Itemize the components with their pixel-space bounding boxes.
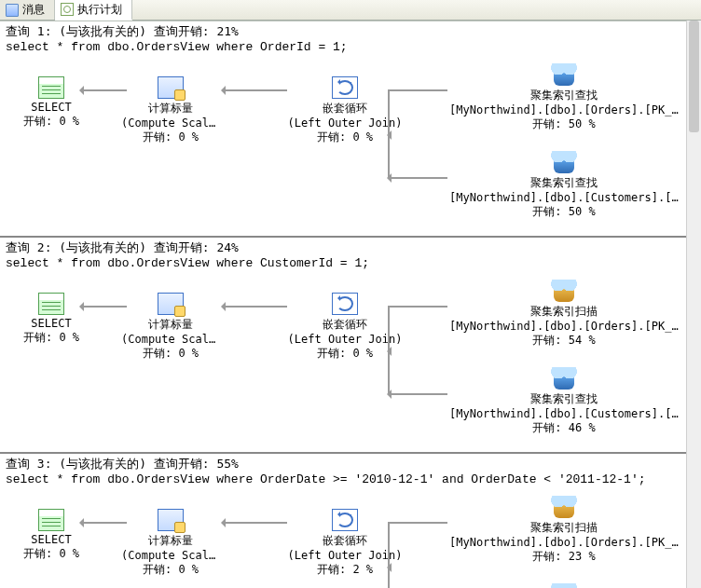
query-sql: select * from dbo.OrdersView where Order… — [0, 472, 701, 490]
query-block-1: 查询 1: (与该批有关的) 查询开销: 21% select * from d… — [0, 21, 701, 238]
op-title: SELECT — [0, 317, 103, 330]
arrow-icon — [222, 522, 287, 524]
clustered-index-seek-icon — [550, 367, 578, 390]
op-cost: 50 % — [569, 117, 596, 130]
compute-scalar-icon — [158, 76, 184, 99]
cost-label: 开销: — [317, 563, 352, 576]
tab-bar: 消息 执行计划 — [0, 0, 701, 21]
query-sql: select * from dbo.OrdersView where Order… — [0, 40, 701, 58]
query-sql: select * from dbo.OrdersView where Custo… — [0, 256, 701, 274]
execution-plan-panel: 查询 1: (与该批有关的) 查询开销: 21% select * from d… — [0, 21, 701, 588]
op-title: SELECT — [0, 101, 103, 114]
op-sub: [MyNorthwind].[dbo].[Orders].[PK_Or… — [447, 320, 680, 333]
arrow-icon — [388, 177, 447, 179]
nested-loop-icon — [332, 293, 358, 315]
op-index-seek-bottom[interactable]: 聚集索引查找 [MyNorthwind].[dbo].[Customers].[… — [447, 151, 680, 220]
clustered-index-seek-icon — [550, 151, 578, 173]
op-select[interactable]: SELECT 开销: 0 % — [0, 293, 103, 346]
op-cost: 0 % — [352, 347, 373, 360]
op-index-seek-bottom[interactable]: 聚集索引查找 [MyNorthwind].[dbo].[Customers].[… — [447, 583, 680, 588]
compute-scalar-icon — [158, 509, 184, 531]
op-cost: 0 % — [59, 115, 79, 128]
cost-label: 开销: — [23, 547, 59, 560]
cost-label: 开销: — [143, 563, 178, 576]
cost-label: 开销: — [532, 550, 568, 563]
op-sub: [MyNorthwind].[dbo].[Customers].[PK… — [447, 191, 680, 204]
cost-label: 开销: — [317, 130, 352, 144]
compute-scalar-icon — [158, 293, 184, 315]
select-icon — [38, 76, 64, 99]
scrollbar-thumb[interactable] — [689, 21, 699, 132]
op-cost: 2 % — [352, 563, 373, 576]
cost-label: 开销: — [143, 130, 178, 144]
nested-loop-icon — [332, 76, 358, 99]
cost-label: 开销: — [532, 205, 568, 218]
clustered-index-scan-icon — [550, 496, 578, 518]
op-sub: [MyNorthwind].[dbo].[Orders].[PK_Or… — [447, 536, 680, 549]
clustered-index-scan-icon — [550, 280, 578, 302]
op-sub: (Compute Scalar) — [119, 333, 222, 346]
op-title: 计算标量 — [119, 533, 222, 549]
op-cost: 0 % — [178, 130, 199, 144]
op-sub: [MyNorthwind].[dbo].[Orders].[PK_Or… — [447, 103, 680, 116]
op-select[interactable]: SELECT 开销: 0 % — [0, 509, 103, 562]
plan-diagram[interactable]: SELECT 开销: 0 % 计算标量 (Compute Scalar) 开销:… — [0, 274, 701, 446]
plan-diagram[interactable]: SELECT 开销: 0 % 计算标量 (Compute Scalar) 开销:… — [0, 58, 701, 230]
op-sub: (Compute Scalar) — [119, 549, 222, 562]
query-header: 查询 2: (与该批有关的) 查询开销: 24% — [0, 238, 701, 256]
op-sub: [MyNorthwind].[dbo].[Customers].[PK… — [447, 407, 680, 420]
op-cost: 0 % — [178, 347, 199, 360]
cost-label: 开销: — [317, 347, 352, 360]
clustered-index-seek-icon — [550, 63, 578, 86]
select-icon — [38, 293, 64, 315]
arrow-icon — [222, 306, 287, 308]
execution-plan-icon — [61, 3, 74, 16]
op-cost: 0 % — [59, 331, 79, 344]
cost-label: 开销: — [23, 331, 59, 344]
plan-diagram[interactable]: SELECT 开销: 0 % 计算标量 (Compute Scalar) 开销:… — [0, 490, 701, 588]
op-index-scan-top[interactable]: 聚集索引扫描 [MyNorthwind].[dbo].[Orders].[PK_… — [447, 496, 680, 565]
arrow-icon — [388, 306, 447, 395]
op-cost: 23 % — [569, 550, 596, 563]
op-compute-scalar[interactable]: 计算标量 (Compute Scalar) 开销: 0 % — [119, 509, 222, 578]
op-title: 聚集索引扫描 — [447, 520, 680, 536]
op-compute-scalar[interactable]: 计算标量 (Compute Scalar) 开销: 0 % — [119, 76, 222, 145]
cost-label: 开销: — [23, 115, 59, 128]
op-index-seek-bottom[interactable]: 聚集索引查找 [MyNorthwind].[dbo].[Customers].[… — [447, 367, 680, 436]
tab-execution-plan[interactable]: 执行计划 — [55, 0, 132, 21]
op-select[interactable]: SELECT 开销: 0 % — [0, 76, 103, 130]
op-index-seek-top[interactable]: 聚集索引查找 [MyNorthwind].[dbo].[Orders].[PK_… — [447, 63, 680, 132]
cost-label: 开销: — [532, 334, 568, 347]
clustered-index-seek-icon — [550, 583, 578, 588]
arrow-icon — [388, 393, 447, 395]
arrow-icon — [388, 522, 447, 588]
tab-messages[interactable]: 消息 — [0, 0, 55, 20]
cost-label: 开销: — [532, 421, 568, 434]
query-block-2: 查询 2: (与该批有关的) 查询开销: 24% select * from d… — [0, 238, 701, 454]
op-title: SELECT — [0, 533, 103, 546]
op-sub: (Compute Scalar) — [119, 116, 222, 130]
op-title: 聚集索引查找 — [447, 88, 680, 103]
tab-plan-label: 执行计划 — [77, 2, 122, 18]
arrow-icon — [388, 89, 447, 179]
cost-label: 开销: — [143, 347, 178, 360]
cost-label: 开销: — [532, 117, 568, 130]
op-title: 聚集索引查找 — [447, 175, 680, 191]
op-title: 聚集索引查找 — [447, 391, 680, 407]
arrow-icon — [222, 89, 287, 91]
op-title: 计算标量 — [119, 101, 222, 116]
query-header: 查询 1: (与该批有关的) 查询开销: 21% — [0, 21, 701, 40]
vertical-scrollbar[interactable] — [686, 21, 701, 588]
op-cost: 50 % — [569, 205, 596, 218]
op-index-scan-top[interactable]: 聚集索引扫描 [MyNorthwind].[dbo].[Orders].[PK_… — [447, 280, 680, 349]
nested-loop-icon — [332, 509, 358, 531]
op-cost: 46 % — [569, 421, 596, 434]
op-cost: 0 % — [352, 130, 373, 144]
op-compute-scalar[interactable]: 计算标量 (Compute Scalar) 开销: 0 % — [119, 293, 222, 362]
op-title: 聚集索引扫描 — [447, 304, 680, 320]
select-icon — [38, 509, 64, 531]
tab-messages-label: 消息 — [22, 2, 45, 18]
query-block-3: 查询 3: (与该批有关的) 查询开销: 55% select * from d… — [0, 454, 701, 588]
op-cost: 0 % — [178, 563, 199, 576]
messages-icon — [6, 4, 19, 17]
